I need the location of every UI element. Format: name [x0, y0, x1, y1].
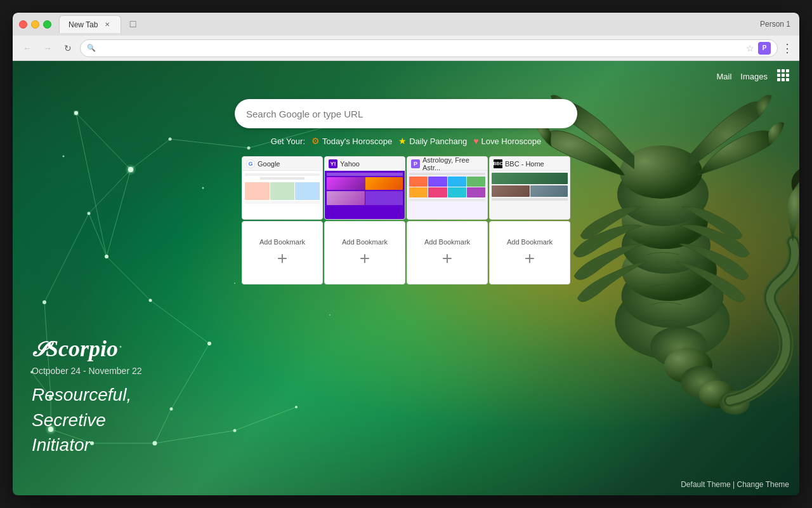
top-links: Mail Images [717, 69, 789, 84]
scorpio-info: 𝒮Scorpio Octpober 24 - November 22 Resou… [32, 335, 142, 457]
bookmark-google[interactable]: G Google [242, 156, 323, 220]
user-name: Person 1 [760, 20, 790, 29]
horoscope-label: Today's Horoscope [322, 137, 392, 146]
svg-rect-59 [782, 69, 785, 72]
default-theme-link[interactable]: Default Theme [681, 480, 731, 489]
love-label: Love Horoscope [481, 137, 542, 146]
images-link[interactable]: Images [740, 72, 768, 81]
change-theme-link[interactable]: Change Theme [737, 480, 790, 489]
bookmark-yahoo-title: Yahoo [340, 160, 360, 168]
tab-title: New Tab [69, 20, 98, 29]
svg-line-15 [89, 213, 107, 257]
svg-rect-64 [777, 78, 780, 81]
bookmark-yahoo[interactable]: Y! Yahoo [324, 156, 405, 220]
horoscope-icon: ⚙ [311, 136, 320, 146]
astrology-favicon: P [411, 159, 420, 168]
add-bookmark-2[interactable]: Add Bookmark + [324, 221, 405, 284]
svg-rect-66 [786, 78, 789, 81]
add-bookmark-4[interactable]: Add Bookmark + [489, 221, 570, 284]
bookmarks-grid: G Google [242, 156, 570, 284]
add-bookmark-plus-2: + [360, 250, 370, 267]
add-bookmark-1[interactable]: Add Bookmark + [242, 221, 323, 284]
quick-links-bar: Get Your: ⚙ Today's Horoscope ★ Daily Pa… [271, 136, 541, 146]
add-bookmark-3[interactable]: Add Bookmark + [407, 221, 488, 284]
bookmark-bbc[interactable]: BBC BBC - Home [489, 156, 570, 220]
refresh-button[interactable]: ↻ [60, 40, 76, 57]
search-box[interactable] [235, 99, 577, 128]
nav-bar: ← → ↻ 🔍 ☆ P ⋮ [13, 36, 799, 61]
forward-button[interactable]: → [39, 40, 56, 57]
svg-line-0 [76, 113, 131, 170]
svg-rect-61 [777, 74, 780, 77]
tab-bar: New Tab ✕ □ [59, 15, 760, 33]
svg-point-20 [74, 111, 78, 115]
svg-point-31 [170, 408, 173, 411]
bookmark-google-title: Google [258, 160, 280, 168]
svg-point-41 [329, 314, 331, 316]
footer-separator: | [731, 480, 737, 489]
svg-point-24 [207, 342, 211, 345]
svg-line-3 [76, 113, 107, 257]
active-tab[interactable]: New Tab ✕ [59, 15, 121, 33]
extension-button[interactable]: P [758, 42, 771, 55]
svg-point-30 [153, 441, 157, 446]
trait-3: Initiator [32, 432, 142, 457]
panchang-label: Daily Panchang [409, 137, 467, 146]
search-icon: 🔍 [87, 44, 96, 52]
tab-close-button[interactable]: ✕ [103, 20, 112, 29]
svg-line-6 [171, 344, 209, 409]
svg-line-7 [155, 409, 171, 443]
bbc-preview [490, 171, 570, 219]
add-bookmark-label-3: Add Bookmark [424, 238, 470, 246]
horoscope-link[interactable]: ⚙ Today's Horoscope [311, 136, 392, 146]
add-bookmark-label-1: Add Bookmark [259, 238, 305, 246]
yahoo-favicon: Y! [329, 159, 337, 168]
back-button[interactable]: ← [19, 40, 36, 57]
add-bookmark-label-2: Add Bookmark [342, 238, 388, 246]
google-apps-button[interactable] [776, 69, 789, 84]
svg-line-19 [235, 407, 296, 431]
address-bar: 🔍 ☆ P [80, 39, 778, 57]
svg-point-42 [63, 156, 65, 157]
panchang-link[interactable]: ★ Daily Panchang [398, 136, 467, 146]
svg-point-45 [126, 164, 136, 175]
svg-line-18 [155, 431, 235, 443]
svg-point-39 [202, 187, 204, 189]
quick-links-label: Get Your: [271, 137, 305, 146]
svg-point-32 [88, 212, 91, 215]
svg-rect-58 [777, 69, 780, 72]
traffic-lights [19, 20, 51, 29]
bookmark-yahoo-header: Y! Yahoo [325, 157, 405, 171]
bottom-right: Default Theme | Change Theme [681, 480, 789, 489]
svg-point-23 [149, 299, 152, 302]
title-bar: New Tab ✕ □ Person 1 [13, 13, 799, 36]
scorpio-dates: Octpober 24 - November 22 [32, 366, 142, 376]
minimize-button[interactable] [31, 20, 39, 29]
mail-link[interactable]: Mail [717, 72, 732, 81]
bookmark-bbc-title: BBC - Home [505, 160, 544, 168]
bookmark-star-icon[interactable]: ☆ [746, 43, 754, 53]
new-tab-button[interactable]: □ [125, 17, 140, 32]
bookmark-bbc-header: BBC BBC - Home [490, 157, 570, 171]
bbc-favicon: BBC [494, 159, 502, 168]
google-favicon: G [246, 159, 255, 168]
bookmark-astrology[interactable]: P Astrology, Free Astr... [407, 156, 488, 220]
svg-rect-63 [786, 74, 789, 77]
browser-window: New Tab ✕ □ Person 1 ← → ↻ 🔍 ☆ P ⋮ [13, 13, 799, 495]
main-content: Mail Images [13, 61, 799, 495]
svg-line-8 [107, 170, 131, 257]
yahoo-preview [325, 171, 405, 219]
svg-point-52 [620, 145, 702, 199]
svg-point-22 [105, 255, 108, 258]
close-button[interactable] [19, 20, 27, 29]
maximize-button[interactable] [43, 20, 51, 29]
svg-point-36 [233, 429, 237, 432]
svg-line-1 [131, 139, 170, 170]
url-input[interactable] [100, 43, 742, 53]
bookmark-astrology-title: Astrology, Free Astr... [422, 156, 483, 171]
svg-line-5 [150, 300, 209, 344]
love-horoscope-link[interactable]: ♥ Love Horoscope [473, 136, 541, 146]
search-input[interactable] [246, 109, 566, 119]
svg-line-16 [44, 213, 89, 302]
browser-menu-button[interactable]: ⋮ [782, 41, 793, 55]
